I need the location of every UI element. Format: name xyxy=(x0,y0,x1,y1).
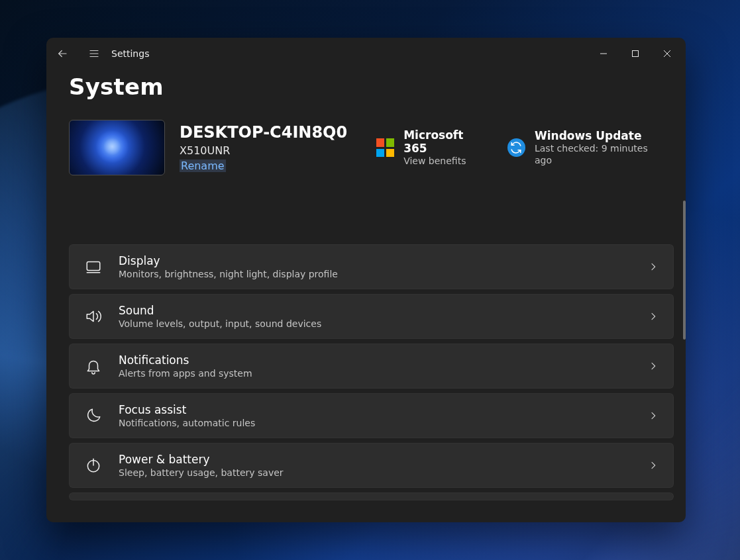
chevron-right-icon xyxy=(648,410,659,421)
windows-update-card[interactable]: Windows Update Last checked: 9 minutes a… xyxy=(507,126,663,169)
title-bar: Settings xyxy=(46,38,686,70)
device-name: DESKTOP-C4IN8Q0 xyxy=(180,123,347,142)
scrollbar[interactable] xyxy=(683,201,686,340)
windows-update-subtitle: Last checked: 9 minutes ago xyxy=(535,142,663,166)
minimize-icon xyxy=(600,50,608,58)
settings-item-display[interactable]: Display Monitors, brightness, night ligh… xyxy=(69,244,674,289)
settings-item-power-battery[interactable]: Power & battery Sleep, battery usage, ba… xyxy=(69,443,674,488)
close-button[interactable] xyxy=(651,41,683,66)
page-content: System DESKTOP-C4IN8Q0 X510UNR Rename Mi… xyxy=(46,70,686,522)
display-icon xyxy=(84,257,103,276)
page-heading: System xyxy=(69,73,663,100)
maximize-button[interactable] xyxy=(619,41,651,66)
sync-icon xyxy=(507,138,525,157)
item-subtitle: Volume levels, output, input, sound devi… xyxy=(119,318,632,329)
windows-update-title: Windows Update xyxy=(535,129,663,142)
window-title: Settings xyxy=(111,48,149,59)
item-title: Focus assist xyxy=(119,403,632,416)
item-title: Display xyxy=(119,254,632,267)
maximize-icon xyxy=(631,50,639,58)
settings-list: Display Monitors, brightness, night ligh… xyxy=(69,244,674,522)
close-icon xyxy=(663,50,671,58)
microsoft-365-card[interactable]: Microsoft 365 View benefits xyxy=(376,126,488,170)
settings-item-sound[interactable]: Sound Volume levels, output, input, soun… xyxy=(69,294,674,339)
chevron-right-icon xyxy=(648,460,659,471)
microsoft-365-title: Microsoft 365 xyxy=(403,128,488,156)
svg-rect-8 xyxy=(87,261,100,270)
moon-icon xyxy=(84,406,103,425)
item-subtitle: Monitors, brightness, night light, displ… xyxy=(119,269,632,279)
chevron-right-icon xyxy=(648,311,659,322)
svg-rect-5 xyxy=(633,51,639,57)
item-subtitle: Sleep, battery usage, battery saver xyxy=(119,467,632,478)
device-model: X510UNR xyxy=(180,144,347,157)
item-title: Notifications xyxy=(119,353,632,367)
item-subtitle: Notifications, automatic rules xyxy=(119,418,632,428)
settings-window: Settings System DESKTOP-C4IN8Q0 X510UNR … xyxy=(46,38,686,522)
item-title: Power & battery xyxy=(119,453,632,466)
sound-icon xyxy=(84,307,103,326)
item-subtitle: Alerts from apps and system xyxy=(119,368,632,379)
device-info-row: DESKTOP-C4IN8Q0 X510UNR Rename Microsoft… xyxy=(69,120,663,175)
microsoft-logo-icon xyxy=(376,138,394,157)
settings-item-partial[interactable] xyxy=(69,492,674,500)
hamburger-icon xyxy=(88,48,100,60)
svg-marker-10 xyxy=(87,311,93,321)
microsoft-365-subtitle: View benefits xyxy=(403,155,488,167)
rename-link[interactable]: Rename xyxy=(180,160,226,172)
desktop-wallpaper-thumbnail[interactable] xyxy=(69,120,165,175)
chevron-right-icon xyxy=(648,361,659,371)
minimize-button[interactable] xyxy=(588,41,619,66)
power-icon xyxy=(84,456,103,475)
arrow-left-icon xyxy=(56,48,68,60)
nav-menu-button[interactable] xyxy=(78,38,110,70)
settings-item-focus-assist[interactable]: Focus assist Notifications, automatic ru… xyxy=(69,393,674,438)
back-button[interactable] xyxy=(46,38,78,70)
chevron-right-icon xyxy=(648,261,659,272)
bell-icon xyxy=(84,357,103,375)
settings-item-notifications[interactable]: Notifications Alerts from apps and syste… xyxy=(69,344,674,389)
item-title: Sound xyxy=(119,304,632,317)
device-block: DESKTOP-C4IN8Q0 X510UNR Rename xyxy=(180,123,347,172)
